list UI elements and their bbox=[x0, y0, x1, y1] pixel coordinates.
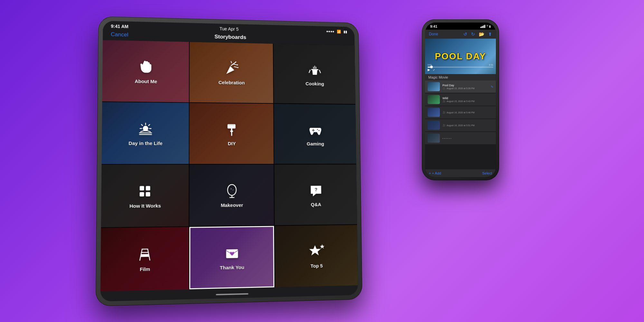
battery-icon: ▮▮ bbox=[344, 30, 347, 34]
redo-icon[interactable]: ↻ bbox=[471, 32, 475, 37]
about-me-label: About Me bbox=[135, 79, 157, 84]
movie-title-2: Wild bbox=[442, 97, 493, 100]
svg-text:?: ? bbox=[314, 187, 317, 192]
grid-item-day-in-the-life[interactable]: Day in the Life bbox=[102, 102, 189, 164]
video-timestamps: 0:01 0:31 bbox=[428, 64, 493, 66]
film-overlay: Film bbox=[100, 227, 189, 291]
grid-item-how-it-works[interactable]: How It Works bbox=[101, 165, 189, 227]
svg-line-5 bbox=[234, 67, 238, 68]
svg-line-18 bbox=[142, 124, 143, 125]
top5-label: Top 5 bbox=[310, 263, 323, 269]
grid-item-gaming[interactable]: Gaming bbox=[274, 104, 356, 164]
ipad-screen: 9:41 AM Tue Apr 5 ●●●● 📶 ▮▮ Cancel Story… bbox=[100, 21, 358, 302]
movie-date-2: August 15, 2020 at 5:43 PM bbox=[447, 100, 475, 102]
movie-info-2: Wild 🎥 August 15, 2020 at 5:43 PM bbox=[442, 97, 493, 103]
svg-point-6 bbox=[237, 67, 238, 68]
mirror-icon bbox=[223, 182, 241, 200]
folder-icon[interactable]: 📂 bbox=[479, 32, 484, 37]
cancel-button[interactable]: Cancel bbox=[111, 31, 128, 38]
movie-item-2[interactable]: Wild 🎥 August 15, 2020 at 5:43 PM bbox=[425, 93, 496, 106]
iphone-screen: 9:41 𝄢 ▮ Done ↺ ↻ bbox=[425, 23, 496, 177]
expand-button[interactable]: ⤢ bbox=[433, 69, 435, 71]
grid-item-qa[interactable]: ? Q&A bbox=[274, 165, 357, 225]
movie-title-1: Pool Day bbox=[442, 84, 488, 87]
thank-you-label: Thank You bbox=[220, 264, 244, 270]
iphone-bottom-bar: + + Add Select bbox=[425, 169, 496, 177]
envelope-heart-icon bbox=[223, 244, 241, 262]
celebration-overlay: Celebration bbox=[189, 42, 273, 103]
svg-rect-34 bbox=[140, 192, 144, 196]
iphone-status-bar: 9:41 𝄢 ▮ bbox=[425, 23, 496, 30]
select-button[interactable]: Select bbox=[482, 171, 492, 175]
ipad-frame: 9:41 AM Tue Apr 5 ●●●● 📶 ▮▮ Cancel Story… bbox=[96, 16, 363, 306]
grid-item-film[interactable]: Film bbox=[100, 227, 189, 291]
magic-movie-label: Magic Movie bbox=[425, 74, 496, 80]
gamepad-icon bbox=[307, 121, 324, 138]
play-controls: ▶ ⤢ bbox=[428, 66, 435, 72]
movie-list: Pool Day 🎥 August 15, 2020 at 5:39 PM ✎ … bbox=[425, 80, 496, 169]
done-button[interactable]: Done bbox=[429, 32, 438, 36]
svg-rect-35 bbox=[146, 192, 150, 196]
movie-item-3[interactable]: 🎥 August 16, 2020 at 5:46 PM bbox=[425, 106, 496, 118]
grid-item-makeover[interactable]: Makeover bbox=[189, 165, 274, 226]
iphone-toolbar: Done ↺ ↻ 📂 ⬆ bbox=[425, 30, 496, 39]
movie-video-icon-2: 🎥 bbox=[442, 100, 446, 103]
svg-point-36 bbox=[228, 185, 236, 195]
cooking-overlay: Cooking bbox=[274, 44, 355, 104]
qa-overlay: ? Q&A bbox=[274, 165, 357, 225]
progress-bar-container[interactable] bbox=[428, 67, 493, 68]
movie-thumb-2 bbox=[428, 95, 440, 104]
add-label: + Add bbox=[432, 171, 441, 175]
grid-item-cooking[interactable]: Cooking bbox=[274, 44, 355, 104]
grid-item-about-me[interactable]: About Me bbox=[102, 40, 189, 102]
grid-item-top5[interactable]: Top 5 bbox=[275, 225, 358, 287]
svg-line-3 bbox=[233, 64, 237, 65]
top5-overlay: Top 5 bbox=[275, 225, 358, 287]
how-works-overlay: How It Works bbox=[101, 165, 189, 227]
cooking-label: Cooking bbox=[306, 81, 324, 86]
movie-item-4[interactable]: 🎥 August 16, 2020 at 5:51 PM bbox=[425, 119, 496, 131]
about-me-overlay: About Me bbox=[102, 40, 189, 102]
signal-icon: ●●●● bbox=[326, 29, 334, 33]
pool-day-title: POOL DAY bbox=[435, 51, 486, 62]
grid-item-diy[interactable]: DIY bbox=[189, 103, 274, 164]
ipad-device: 9:41 AM Tue Apr 5 ●●●● 📶 ▮▮ Cancel Story… bbox=[100, 18, 364, 301]
diy-overlay: DIY bbox=[189, 103, 274, 164]
toolbar-icons: ↺ ↻ 📂 ⬆ bbox=[463, 32, 492, 37]
movie-date-4: August 16, 2020 at 5:51 PM bbox=[447, 124, 475, 127]
ipad-date: Tue Apr 5 bbox=[220, 26, 239, 32]
battery-icon: ▮ bbox=[489, 25, 491, 28]
steam-pot-icon bbox=[306, 62, 323, 79]
grid-item-celebration[interactable]: Celebration bbox=[189, 42, 273, 103]
video-time-end: 0:31 bbox=[489, 64, 493, 66]
movie-item-5[interactable]: • • • • • • bbox=[425, 132, 496, 144]
party-popper-icon bbox=[223, 60, 240, 77]
svg-marker-47 bbox=[320, 244, 324, 249]
movie-item-1[interactable]: Pool Day 🎥 August 15, 2020 at 5:39 PM ✎ bbox=[425, 80, 496, 93]
movie-thumb-4 bbox=[428, 121, 440, 130]
video-preview[interactable]: POOL DAY 0:01 0:31 ▶ ⤢ bbox=[425, 39, 496, 74]
movie-edit-icon-1[interactable]: ✎ bbox=[491, 85, 493, 89]
celebration-label: Celebration bbox=[218, 80, 245, 85]
add-button[interactable]: + + Add bbox=[429, 171, 441, 175]
movie-date-1: August 15, 2020 at 5:39 PM bbox=[447, 87, 475, 90]
play-button[interactable]: ▶ bbox=[428, 68, 430, 71]
iphone-time: 9:41 bbox=[430, 24, 437, 28]
movie-info-4: 🎥 August 16, 2020 at 5:51 PM bbox=[442, 124, 493, 127]
svg-rect-24 bbox=[231, 128, 232, 131]
svg-line-13 bbox=[319, 70, 320, 73]
movie-video-icon-3: 🎥 bbox=[442, 111, 446, 114]
iphone-status-icons: 𝄢 ▮ bbox=[480, 24, 491, 28]
wifi-icon: 📶 bbox=[337, 30, 341, 34]
svg-line-12 bbox=[309, 70, 310, 72]
how-works-label: How It Works bbox=[129, 203, 161, 209]
star-icon bbox=[307, 243, 326, 260]
svg-marker-0 bbox=[226, 66, 234, 74]
grid-item-thank-you[interactable]: Thank You bbox=[189, 226, 274, 289]
svg-rect-27 bbox=[227, 125, 234, 125]
share-icon[interactable]: ⬆ bbox=[488, 32, 492, 37]
undo-icon[interactable]: ↺ bbox=[463, 32, 467, 37]
progress-track bbox=[428, 67, 493, 68]
scroll-indicator bbox=[216, 293, 248, 296]
svg-rect-32 bbox=[140, 186, 144, 191]
